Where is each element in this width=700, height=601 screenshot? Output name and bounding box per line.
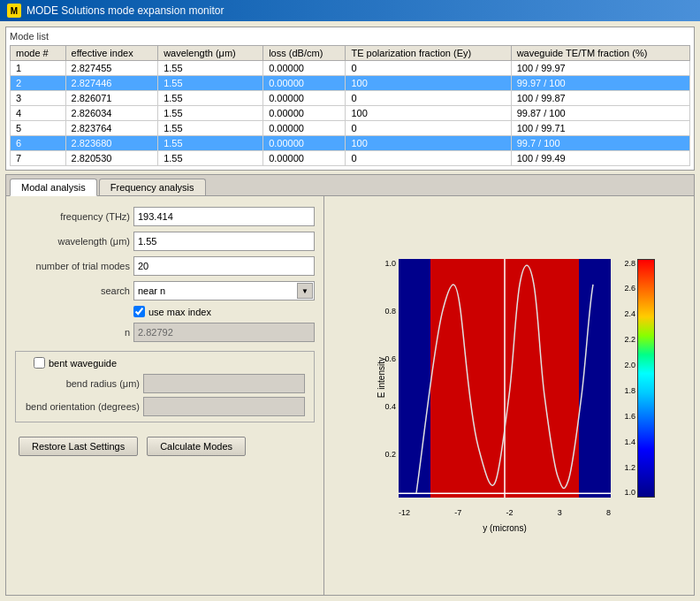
table-row[interactable]: 7 2.820530 1.55 0.00000 0 100 / 99.49	[11, 151, 690, 166]
app-icon: M	[7, 4, 21, 18]
cell-eff-index: 2.826071	[65, 91, 158, 106]
x-ticks: -12 -7 -2 3 8	[399, 508, 611, 517]
y-ticks: 1.0 0.8 0.6 0.4 0.2	[363, 259, 399, 498]
cell-mode-id: 6	[11, 136, 66, 151]
table-header-row: mode # effective index wavelength (μm) l…	[11, 46, 690, 61]
x-axis-label: y (microns)	[399, 523, 611, 533]
table-row[interactable]: 1 2.827455 1.55 0.00000 0 100 / 99.97	[11, 61, 690, 76]
bent-waveguide-checkbox[interactable]	[34, 357, 45, 369]
wavelength-label: wavelength (μm)	[15, 236, 130, 247]
bent-waveguide-section: bent waveguide bend radius (μm) bend ori…	[15, 351, 315, 422]
title-text: MODE Solutions mode expansion monitor	[27, 4, 224, 17]
cell-mode-id: 7	[11, 151, 66, 166]
cell-te-pol: 0	[346, 91, 511, 106]
cell-mode-id: 3	[11, 91, 66, 106]
cell-te-pol: 0	[346, 61, 511, 76]
n-label: n	[15, 327, 130, 338]
buttons-row: Restore Last Settings Calculate Modes	[15, 428, 315, 456]
title-bar: M MODE Solutions mode expansion monitor	[0, 0, 700, 21]
bend-orientation-input[interactable]	[143, 397, 305, 416]
cell-loss: 0.00000	[263, 61, 346, 76]
left-panel: frequency (THz) wavelength (μm) number o…	[6, 196, 324, 595]
col-wavelength: wavelength (μm)	[158, 46, 263, 61]
table-row[interactable]: 5 2.823764 1.55 0.00000 0 100 / 99.71	[11, 121, 690, 136]
table-row[interactable]: 2 2.827446 1.55 0.00000 100 99.97 / 100	[11, 76, 690, 91]
table-row[interactable]: 3 2.826071 1.55 0.00000 0 100 / 99.87	[11, 91, 690, 106]
cell-eff-index: 2.823764	[65, 121, 158, 136]
search-select[interactable]: near n fundamental TE fundamental TM all	[133, 281, 315, 300]
search-label: search	[15, 285, 130, 296]
table-row[interactable]: 4 2.826034 1.55 0.00000 100 99.87 / 100	[11, 106, 690, 121]
table-row[interactable]: 6 2.823680 1.55 0.00000 100 99.7 / 100	[11, 136, 690, 151]
bend-radius-input[interactable]	[143, 374, 305, 393]
cell-te-pol: 0	[346, 121, 511, 136]
cell-eff-index: 2.827455	[65, 61, 158, 76]
cell-mode-id: 5	[11, 121, 66, 136]
wavelength-input[interactable]	[133, 232, 315, 251]
mode-list-panel: Mode list mode # effective index wavelen…	[5, 27, 695, 171]
tab-content: frequency (THz) wavelength (μm) number o…	[6, 196, 694, 595]
bottom-section: Modal analysis Frequency analysis freque…	[5, 174, 695, 596]
col-te-pol: TE polarization fraction (Ey)	[346, 46, 511, 61]
frequency-row: frequency (THz)	[15, 207, 315, 226]
trial-modes-row: number of trial modes	[15, 256, 315, 276]
cell-wg-frac: 99.97 / 100	[511, 76, 689, 91]
col-loss: loss (dB/cm)	[263, 46, 346, 61]
cell-eff-index: 2.827446	[65, 76, 158, 91]
cell-eff-index: 2.823680	[65, 136, 158, 151]
cell-wavelength: 1.55	[158, 76, 263, 91]
cell-mode-id: 2	[11, 76, 66, 91]
cell-wg-frac: 100 / 99.71	[511, 121, 689, 136]
cell-eff-index: 2.826034	[65, 106, 158, 121]
use-max-index-label: use max index	[148, 307, 211, 317]
cell-wg-frac: 100 / 99.87	[511, 91, 689, 106]
trial-modes-input[interactable]	[133, 256, 315, 276]
n-row: n	[15, 323, 315, 342]
cell-mode-id: 1	[11, 61, 66, 76]
bend-orientation-row: bend orientation (degrees)	[25, 397, 305, 416]
restore-button[interactable]: Restore Last Settings	[19, 437, 138, 456]
right-panel: E intensity 1.0 0.8 0.6 0.4 0.2	[324, 196, 694, 595]
col-mode: mode #	[11, 46, 66, 61]
bent-waveguide-row: bent waveguide	[25, 357, 305, 369]
tab-modal-analysis[interactable]: Modal analysis	[10, 179, 97, 196]
cell-loss: 0.00000	[263, 121, 346, 136]
cell-mode-id: 4	[11, 106, 66, 121]
cell-wavelength: 1.55	[158, 136, 263, 151]
cell-wg-frac: 100 / 99.97	[511, 61, 689, 76]
cell-te-pol: 100	[346, 76, 511, 91]
cell-loss: 0.00000	[263, 151, 346, 166]
wavelength-row: wavelength (μm)	[15, 232, 315, 251]
tabs-row: Modal analysis Frequency analysis	[6, 175, 694, 196]
cell-wavelength: 1.55	[158, 106, 263, 121]
cell-te-pol: 0	[346, 151, 511, 166]
wave-svg	[399, 259, 611, 498]
chart-area	[399, 259, 611, 498]
main-window: Mode list mode # effective index wavelen…	[0, 21, 700, 601]
search-select-wrapper: near n fundamental TE fundamental TM all…	[133, 281, 315, 300]
frequency-label: frequency (THz)	[15, 211, 130, 222]
cell-loss: 0.00000	[263, 136, 346, 151]
cell-te-pol: 100	[346, 136, 511, 151]
cell-wavelength: 1.55	[158, 61, 263, 76]
cell-wavelength: 1.55	[158, 121, 263, 136]
col-wg-frac: waveguide TE/TM fraction (%)	[511, 46, 689, 61]
use-max-index-row: use max index	[15, 306, 315, 317]
use-max-index-checkbox[interactable]	[133, 306, 145, 317]
color-scale-bar	[637, 259, 655, 498]
cell-loss: 0.00000	[263, 91, 346, 106]
frequency-input[interactable]	[133, 207, 315, 226]
tab-frequency-analysis[interactable]: Frequency analysis	[99, 179, 206, 195]
n-input[interactable]	[133, 323, 315, 342]
trial-modes-label: number of trial modes	[15, 261, 130, 271]
cell-wg-frac: 100 / 99.49	[511, 151, 689, 166]
calculate-button[interactable]: Calculate Modes	[147, 437, 246, 456]
cell-eff-index: 2.820530	[65, 151, 158, 166]
bend-radius-label: bend radius (μm)	[25, 378, 140, 389]
mode-table: mode # effective index wavelength (μm) l…	[10, 45, 690, 166]
cell-loss: 0.00000	[263, 106, 346, 121]
scale-labels: 2.8 2.6 2.4 2.2 2.0 1.8 1.6 1.4 1.2 1.0	[624, 259, 635, 498]
cell-wg-frac: 99.87 / 100	[511, 106, 689, 121]
cell-wavelength: 1.55	[158, 151, 263, 166]
cell-loss: 0.00000	[263, 76, 346, 91]
